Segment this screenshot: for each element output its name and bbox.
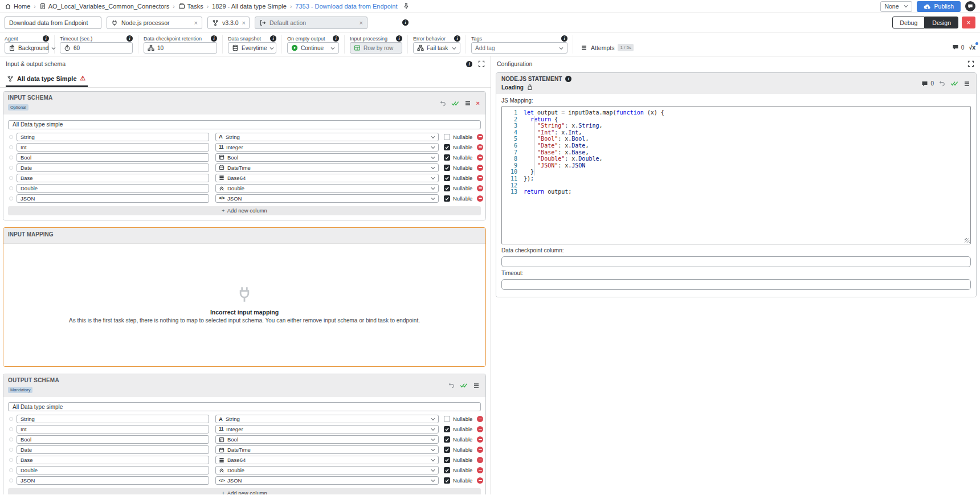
setting-control[interactable]: Fail task [413, 42, 460, 54]
column-name-input[interactable] [17, 415, 209, 423]
version-none-select[interactable]: None [880, 1, 912, 12]
column-name-input[interactable] [17, 143, 209, 152]
drag-handle[interactable] [9, 417, 13, 421]
column-name-input[interactable] [17, 466, 209, 474]
nullable-checkbox[interactable] [444, 195, 450, 202]
column-name-input[interactable] [17, 163, 209, 172]
column-type-select[interactable]: </>JSON [215, 476, 439, 485]
info-icon[interactable]: i [466, 61, 472, 67]
column-type-select[interactable]: 11Integer [215, 425, 439, 433]
info-icon[interactable]: i [43, 35, 49, 42]
nullable-checkbox[interactable] [444, 154, 450, 161]
drag-handle[interactable] [9, 135, 13, 139]
nullable-checkbox[interactable] [444, 467, 450, 473]
column-type-select[interactable]: Base64 [215, 456, 439, 464]
nullable-checkbox[interactable] [444, 134, 450, 140]
debug-button[interactable]: Debug [892, 17, 925, 28]
nullable-checkbox[interactable] [444, 175, 450, 181]
setting-control[interactable]: Background [5, 42, 49, 54]
drag-handle[interactable] [9, 176, 13, 180]
column-type-select[interactable]: Bool [215, 435, 439, 444]
nullable-checkbox[interactable] [444, 447, 450, 453]
validate-icon[interactable] [460, 382, 468, 388]
nullable-checkbox[interactable] [444, 185, 450, 191]
remove-column-icon[interactable] [477, 416, 483, 422]
nullable-checkbox[interactable] [444, 426, 450, 432]
list-icon[interactable] [963, 80, 970, 87]
column-name-input[interactable] [17, 184, 209, 193]
info-icon[interactable]: i [126, 35, 133, 42]
setting-control[interactable]: 60 [60, 42, 133, 54]
drag-handle[interactable] [9, 197, 13, 201]
drag-handle[interactable] [9, 458, 13, 462]
feedback-chat-button[interactable] [965, 1, 975, 11]
drag-handle[interactable] [9, 437, 13, 441]
breadcrumb-item[interactable]: 1829 - All data type Simple [212, 3, 287, 10]
breadcrumb-item[interactable]: Home [5, 3, 30, 10]
drag-handle[interactable] [9, 166, 13, 170]
info-icon[interactable]: i [454, 35, 460, 42]
nullable-checkbox[interactable] [444, 436, 450, 443]
nullable-checkbox[interactable] [444, 144, 450, 150]
remove-processor-icon[interactable]: × [194, 19, 198, 26]
column-type-select[interactable]: DateTime [215, 445, 439, 454]
comments-control[interactable]: 0 [921, 80, 934, 87]
nullable-checkbox[interactable] [444, 416, 450, 422]
design-button[interactable]: Design [925, 17, 958, 28]
info-icon[interactable]: i [561, 35, 567, 42]
column-name-input[interactable] [17, 194, 209, 203]
column-name-input[interactable] [17, 445, 209, 454]
info-icon[interactable]: i [270, 35, 276, 42]
column-name-input[interactable] [17, 435, 209, 444]
column-type-select[interactable]: AString [215, 415, 439, 423]
action-chip[interactable]: Default action × [255, 17, 368, 29]
column-type-select[interactable]: DateTime [215, 163, 439, 172]
formula-icon[interactable]: √x [969, 44, 975, 51]
nullable-checkbox[interactable] [444, 457, 450, 463]
setting-control[interactable]: Everytime [228, 42, 276, 54]
drag-handle[interactable] [9, 145, 13, 149]
list-icon[interactable] [464, 100, 471, 107]
column-name-input[interactable] [17, 153, 209, 162]
column-type-select[interactable]: Bool [215, 153, 439, 162]
remove-column-icon[interactable] [477, 185, 483, 191]
remove-column-icon[interactable] [477, 165, 483, 171]
setting-control[interactable]: Row by row [350, 42, 402, 54]
task-name-input[interactable] [5, 17, 101, 29]
column-type-select[interactable]: Double [215, 466, 439, 474]
comments-control[interactable]: 0 [952, 44, 965, 51]
info-icon[interactable]: i [211, 35, 217, 42]
resize-handle[interactable] [965, 238, 970, 243]
close-task-button[interactable]: × [962, 17, 975, 28]
undo-icon[interactable] [939, 80, 945, 87]
version-chip[interactable]: v3.3.0 × [207, 17, 250, 29]
setting-control[interactable]: Add tag [471, 42, 567, 54]
remove-column-icon[interactable] [477, 457, 483, 463]
validate-icon[interactable] [950, 80, 958, 87]
column-name-input[interactable] [17, 456, 209, 464]
remove-column-icon[interactable] [477, 175, 483, 181]
code-editor[interactable]: 12345678910111213 let output = inputData… [501, 106, 971, 244]
undo-icon[interactable] [440, 100, 446, 107]
checkpoint-input[interactable] [501, 256, 971, 267]
column-name-input[interactable] [17, 476, 209, 485]
add-column-button[interactable]: + Add new column [8, 206, 481, 215]
remove-column-icon[interactable] [477, 436, 483, 443]
timeout-input[interactable] [501, 279, 971, 290]
column-name-input[interactable] [17, 133, 209, 141]
remove-column-icon[interactable] [477, 426, 483, 432]
nullable-checkbox[interactable] [444, 165, 450, 171]
remove-column-icon[interactable] [477, 134, 483, 140]
drag-handle[interactable] [9, 468, 13, 472]
info-icon[interactable]: i [402, 19, 409, 26]
breadcrumb-item[interactable]: AO_Local_Variables_Common_Connectors [39, 3, 170, 10]
expand-icon[interactable] [478, 60, 485, 67]
breadcrumb-item[interactable]: 7353 - Download data from Endpoint [295, 3, 397, 10]
attempts-control[interactable]: Attempts 1 / 5s [581, 44, 634, 51]
processor-chip[interactable]: Node.js processor × [107, 17, 202, 29]
drag-handle[interactable] [9, 427, 13, 431]
column-type-select[interactable]: AString [215, 133, 439, 141]
tab-all-data-type-simple[interactable]: All data type Simple ⚠ [6, 72, 88, 87]
column-name-input[interactable] [17, 174, 209, 182]
list-icon[interactable] [473, 382, 480, 389]
